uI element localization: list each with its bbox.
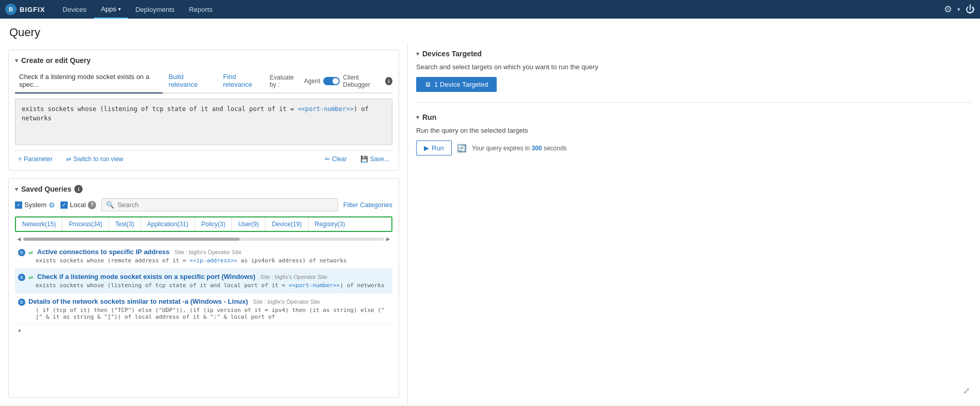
cat-process[interactable]: Process(34)	[62, 217, 109, 231]
power-icon[interactable]: ⏻	[966, 4, 975, 15]
cat-device[interactable]: Device(19)	[265, 217, 308, 231]
plus-icon: +	[18, 155, 22, 163]
pencil-icon: ✏	[325, 155, 330, 163]
run-section: ▾ Run Run the query on the selected targ…	[416, 113, 972, 155]
create-edit-query-section: ▾ Create or edit Query Check if a listen…	[8, 50, 399, 171]
query-code: exists sockets whose (remote address of …	[36, 257, 389, 264]
logo: B BIGFIX	[5, 4, 45, 15]
settings-icon[interactable]: ⚙	[944, 4, 952, 15]
local-checkbox[interactable]: ✓ Local ?	[60, 201, 96, 209]
collapse-run-icon[interactable]: ▾	[416, 114, 419, 121]
search-icon: 🔍	[106, 201, 114, 209]
collapse-saved-icon[interactable]: ▾	[15, 186, 18, 193]
filter-row: ✓ System ⚙ ✓ Local ? 🔍 Filter Categories	[15, 198, 392, 211]
toggle-track	[323, 77, 340, 85]
device-targeted-button[interactable]: 🖥 1 Device Targeted	[416, 77, 497, 92]
devices-targeted-section: ▾ Devices Targeted Search and select tar…	[416, 50, 972, 92]
expire-text: Your query expires in 300 seconds	[472, 145, 567, 152]
query-code: ( if (tcp of it) then ("TCP") else ("UDP…	[36, 307, 389, 320]
code-highlight: <<port-number>>	[298, 105, 354, 113]
cat-registry[interactable]: Registry(3)	[309, 217, 352, 231]
monitor-icon: 🖥	[424, 81, 431, 88]
search-input[interactable]	[117, 201, 333, 209]
run-description: Run the query on the selected targets	[416, 127, 972, 134]
main-layout: ▾ Create or edit Query Check if a listen…	[0, 42, 980, 405]
list-scroll-row: ▲	[15, 327, 392, 333]
code-editor[interactable]: exists sockets whose (listening of tcp s…	[15, 99, 392, 145]
page-title: Query	[0, 19, 980, 42]
collapse-query-icon[interactable]: ▾	[15, 57, 18, 64]
nav-devices[interactable]: Devices	[55, 0, 93, 19]
query-row[interactable]: B ⇌ Active connections to specific IP ad…	[15, 244, 392, 269]
parameter-button[interactable]: + Parameter	[15, 154, 56, 164]
cat-test[interactable]: Test(3)	[109, 217, 141, 231]
save-button[interactable]: 💾 Save...	[357, 154, 392, 164]
play-icon: ▶	[424, 144, 429, 152]
query-list: B ⇌ Active connections to specific IP ad…	[15, 244, 392, 325]
scroll-bar	[23, 238, 384, 241]
run-header: ▾ Run	[416, 113, 972, 121]
clear-button[interactable]: ✏ Clear	[322, 154, 350, 164]
saved-queries-info-icon[interactable]: i	[74, 185, 83, 193]
system-icon: ⚙	[49, 201, 55, 209]
bigfix-logo-icon: B	[5, 4, 17, 15]
right-panel: ▾ Devices Targeted Search and select tar…	[408, 42, 980, 405]
tab-build-relevance[interactable]: Build relevance	[163, 70, 217, 93]
system-checkbox[interactable]: ✓ System ⚙	[15, 201, 55, 209]
divider	[416, 102, 972, 103]
local-info-icon[interactable]: ?	[88, 201, 96, 209]
nav-deployments[interactable]: Deployments	[128, 0, 182, 19]
system-checkbox-box: ✓	[15, 201, 22, 209]
devices-description: Search and select targets on which you w…	[416, 63, 972, 71]
apps-arrow-icon: ▾	[118, 6, 121, 12]
saved-queries-section: ▾ Saved Queries i ✓ System ⚙ ✓ Local ? 🔍	[8, 178, 399, 398]
toggle-thumb	[333, 78, 339, 84]
cat-user[interactable]: User(9)	[232, 217, 265, 231]
top-nav: B BIGFIX Devices Apps ▾ Deployments Repo…	[0, 0, 980, 19]
refresh-icon: 🔄	[457, 144, 467, 153]
query-bigfix-icon: B	[18, 299, 25, 306]
query-tabs: Check if a listening mode socket exists …	[15, 70, 392, 93]
nav-reports[interactable]: Reports	[182, 0, 220, 19]
left-panel: ▾ Create or edit Query Check if a listen…	[0, 42, 408, 405]
query-code: exists sockets whose (listening of tcp s…	[36, 282, 389, 289]
info-icon[interactable]: i	[385, 77, 392, 85]
category-scroll-row: ◀ ▶	[15, 236, 392, 242]
query-row[interactable]: B ⇌ Check if a listening mode socket exi…	[15, 269, 392, 293]
cat-network[interactable]: Network(15)	[16, 217, 62, 231]
query-bigfix-icon: B	[18, 249, 25, 256]
run-bar: ▶ Run 🔄 Your query expires in 300 second…	[416, 140, 972, 155]
search-box: 🔍	[101, 198, 338, 211]
nav-apps[interactable]: Apps ▾	[94, 0, 129, 19]
save-icon: 💾	[360, 155, 368, 163]
category-tabs: Network(15) Process(34) Test(3) Applicat…	[15, 216, 392, 232]
cat-policy[interactable]: Policy(3)	[195, 217, 232, 231]
scroll-thumb	[23, 238, 240, 241]
query-row[interactable]: B Details of the network sockets similar…	[15, 293, 392, 325]
tab-query-name[interactable]: Check if a listening mode socket exists …	[15, 70, 163, 93]
cat-application[interactable]: Application(31)	[141, 217, 195, 231]
collapse-devices-icon[interactable]: ▾	[416, 51, 419, 57]
filter-categories-button[interactable]: Filter Categories	[343, 201, 392, 209]
saved-queries-header: ▾ Saved Queries i	[15, 185, 392, 193]
query-arrows-icon: ⇌	[27, 249, 34, 256]
query-arrows-icon: ⇌	[27, 274, 34, 281]
expand-icon[interactable]: ⤢	[963, 386, 970, 396]
settings-arrow-icon: ▾	[957, 6, 960, 13]
query-toolbar: + Parameter ⇌ Switch to run view ✏ Clear…	[15, 150, 392, 164]
arrows-icon: ⇌	[66, 155, 71, 163]
devices-targeted-header: ▾ Devices Targeted	[416, 50, 972, 58]
switch-run-view-button[interactable]: ⇌ Switch to run view	[63, 154, 127, 164]
scroll-left-icon[interactable]: ◀	[15, 236, 23, 242]
nav-right: ⚙ ▾ ⏻	[944, 4, 975, 15]
logo-text: BIGFIX	[20, 6, 45, 13]
query-bigfix-icon: B	[18, 274, 25, 281]
create-edit-header: ▾ Create or edit Query	[15, 56, 392, 65]
run-button[interactable]: ▶ Run	[416, 140, 452, 155]
list-scroll-up-icon[interactable]: ▲	[15, 327, 24, 333]
scroll-right-icon[interactable]: ▶	[384, 236, 392, 242]
local-checkbox-box: ✓	[60, 201, 68, 209]
tab-find-relevance[interactable]: Find relevance	[217, 70, 270, 93]
agent-toggle[interactable]	[323, 77, 340, 85]
evaluate-bar: Evaluate by : Agent Client Debugger i	[270, 74, 392, 88]
